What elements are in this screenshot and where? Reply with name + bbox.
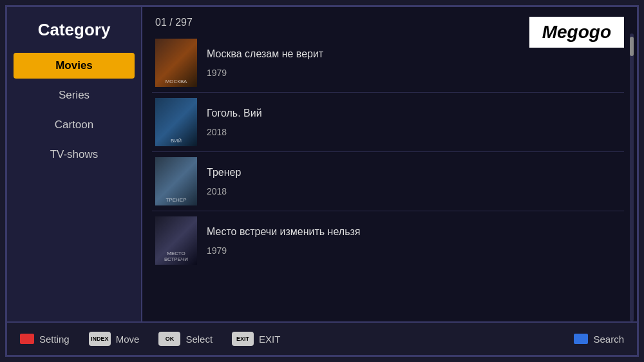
search-icon bbox=[574, 334, 588, 344]
logo-text: Megogo bbox=[542, 22, 611, 42]
main-area: Category Movies Series Cartoon TV-shows … bbox=[7, 7, 637, 321]
main-container: Category Movies Series Cartoon TV-shows … bbox=[5, 5, 639, 357]
movie-year-2: 2018 bbox=[207, 127, 262, 137]
movie-info-4: Место встречи изменить нельзя 1979 bbox=[207, 226, 360, 256]
sidebar-item-series[interactable]: Series bbox=[14, 82, 135, 108]
bottom-item-search[interactable]: Search bbox=[574, 334, 624, 345]
bottom-item-exit[interactable]: EXIT EXIT bbox=[232, 332, 280, 346]
sidebar-items: Movies Series Cartoon TV-shows bbox=[7, 53, 141, 171]
movie-info-2: Гоголь. Вий 2018 bbox=[207, 108, 262, 137]
movie-title-2: Гоголь. Вий bbox=[207, 108, 262, 119]
movie-list-inner: МОСКВА Москва слезам не верит 1979 ВИЙ bbox=[152, 33, 637, 270]
movie-thumbnail-2: ВИЙ bbox=[155, 98, 197, 146]
move-label: Move bbox=[116, 334, 140, 345]
inner-content: Category Movies Series Cartoon TV-shows … bbox=[7, 7, 637, 355]
index-icon: INDEX bbox=[89, 332, 111, 346]
movie-title-3: Тренер bbox=[207, 167, 241, 178]
search-label: Search bbox=[593, 334, 624, 345]
bottom-item-select[interactable]: OK Select bbox=[158, 332, 213, 346]
movie-info-3: Тренер 2018 bbox=[207, 167, 241, 196]
sidebar-item-tvshows[interactable]: TV-shows bbox=[14, 142, 135, 167]
bottom-item-setting[interactable]: Setting bbox=[20, 334, 70, 345]
movie-thumbnail-4: МЕСТО ВСТРЕЧИ bbox=[155, 216, 197, 265]
ok-icon: OK bbox=[158, 332, 180, 346]
exit-label: EXIT bbox=[259, 334, 280, 345]
movie-thumbnail-1: МОСКВА bbox=[155, 39, 197, 87]
content-area: Megogo 01 / 297 МОСКВА Москва слезам не … bbox=[142, 7, 637, 321]
movie-year-1: 1979 bbox=[207, 68, 323, 78]
movie-year-4: 1979 bbox=[207, 245, 360, 256]
table-row[interactable]: ВИЙ Гоголь. Вий 2018 bbox=[152, 93, 624, 152]
movie-title-1: Москва слезам не верит bbox=[207, 48, 323, 60]
table-row[interactable]: МЕСТО ВСТРЕЧИ Место встречи изменить нел… bbox=[152, 211, 624, 270]
thumb-label-3: ТРЕНЕР bbox=[155, 196, 197, 204]
logo-box: Megogo bbox=[529, 17, 624, 48]
bottom-item-move[interactable]: INDEX Move bbox=[89, 332, 140, 346]
movie-thumbnail-3: ТРЕНЕР bbox=[155, 157, 197, 205]
select-label: Select bbox=[185, 334, 213, 345]
thumb-label-2: ВИЙ bbox=[155, 137, 197, 145]
movie-list: МОСКВА Москва слезам не верит 1979 ВИЙ bbox=[142, 33, 637, 321]
thumb-label-4: МЕСТО ВСТРЕЧИ bbox=[155, 249, 197, 263]
movie-title-4: Место встречи изменить нельзя bbox=[207, 226, 360, 238]
sidebar-title: Category bbox=[38, 20, 111, 40]
movie-info-1: Москва слезам не верит 1979 bbox=[207, 48, 323, 78]
sidebar-item-movies[interactable]: Movies bbox=[14, 53, 135, 79]
thumb-label-1: МОСКВА bbox=[155, 77, 197, 86]
exit-icon: EXIT bbox=[232, 332, 254, 346]
sidebar-item-cartoon[interactable]: Cartoon bbox=[14, 112, 135, 138]
setting-label: Setting bbox=[39, 334, 70, 345]
list-scrollbar-thumb bbox=[630, 37, 634, 56]
movie-year-3: 2018 bbox=[207, 186, 241, 196]
bottom-bar: Setting INDEX Move OK Select EXIT EXIT S… bbox=[7, 321, 637, 355]
list-scrollbar[interactable] bbox=[630, 33, 634, 321]
table-row[interactable]: ТРЕНЕР Тренер 2018 bbox=[152, 152, 624, 211]
sidebar: Category Movies Series Cartoon TV-shows bbox=[7, 7, 142, 321]
setting-icon bbox=[20, 334, 34, 344]
